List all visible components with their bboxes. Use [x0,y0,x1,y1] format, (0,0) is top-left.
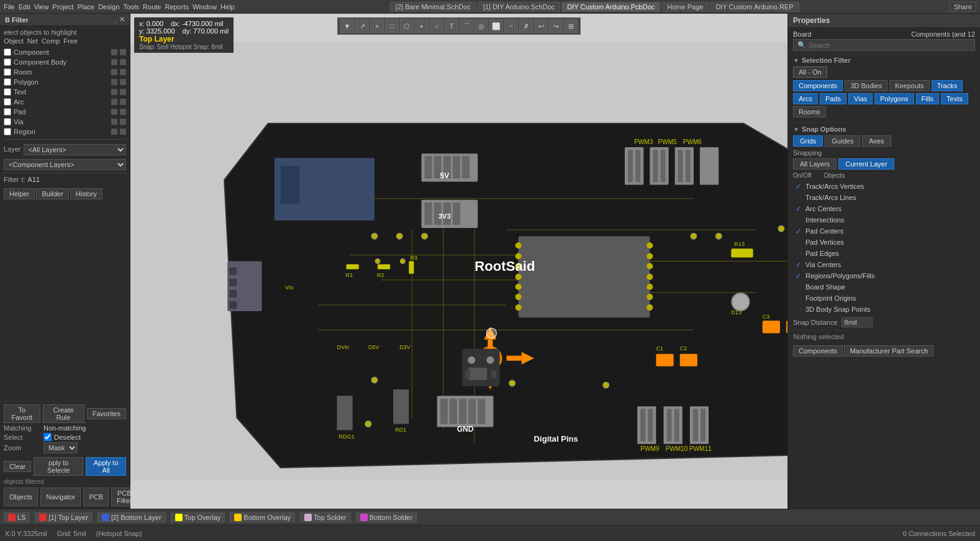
tool-redo[interactable]: ↪ [549,19,563,33]
filter-panel-minimize[interactable]: _ [113,16,117,24]
sel-filter-components[interactable]: Components [793,80,843,91]
app-menu-place[interactable]: Place [78,3,95,11]
tool-circle[interactable]: ○ [430,19,443,33]
app-menu-project[interactable]: Project [52,3,73,11]
snap-check-footprint-origins[interactable]: □ [793,293,803,303]
snap-options-collapse[interactable]: ▼ [793,126,799,133]
filter-component-body-check[interactable] [4,58,11,66]
snap-check-track-lines[interactable]: □ [793,193,803,202]
snap-check-track-vertices[interactable]: ✓ [793,181,803,191]
manufacturer-part-search-tab[interactable]: Manufacturer Part Search [844,345,933,357]
layer-top[interactable]: [1] Top Layer [35,512,92,522]
layer-select-all[interactable]: <All Layers> [24,144,126,155]
to-favorite-btn[interactable]: To Favorit [4,404,40,423]
search-input[interactable] [809,42,971,49]
snap-check-3d-body[interactable]: □ [793,304,803,314]
sel-filter-vias[interactable]: Vias [848,93,873,104]
apply-to-selected-btn[interactable]: pply to Selecte [34,457,83,476]
tool-route[interactable]: ↗ [355,19,369,33]
sel-filter-fills[interactable]: Fills [916,93,940,104]
snap-btn-axes[interactable]: Axes [862,135,891,147]
zoom-select[interactable]: Mask [43,442,78,453]
snap-all-layers-btn[interactable]: All Layers [793,158,837,170]
app-menu-view[interactable]: View [34,3,49,11]
doc-tab-home[interactable]: Home Page [661,2,709,12]
apply-to-all-btn[interactable]: Apply to All [86,457,126,476]
filter-via-check[interactable] [4,118,11,125]
snap-btn-guides[interactable]: Guides [825,135,860,147]
pcb-canvas-area[interactable]: x: 0.000 dx: -4730.000 mil y: 3325.000 d… [130,14,787,509]
tool-zoom-fit[interactable]: ⊞ [564,19,578,33]
layer-bottom[interactable]: [2] Bottom Layer [98,512,166,522]
pcb-btn[interactable]: PCB [83,488,109,506]
snap-check-regions[interactable]: ✓ [793,271,803,281]
snap-check-pad-vertices[interactable]: □ [793,237,803,247]
doc-tab-bare-minimal[interactable]: [2] Bare Minimal.SchDoc [390,2,476,12]
app-menu-tools[interactable]: Tools [123,3,139,11]
snap-check-arc-centers[interactable]: ✓ [793,204,803,214]
selection-filter-collapse[interactable]: ▼ [793,57,799,64]
tool-text[interactable]: T [445,19,458,33]
objects-btn[interactable]: Objects [4,488,38,506]
helper-tab-btn[interactable]: Helper [4,188,35,199]
app-menu-design[interactable]: Design [98,3,119,11]
layer-top-overlay[interactable]: Top Overlay [171,512,225,522]
snap-check-intersections[interactable]: □ [793,215,803,225]
create-rule-btn[interactable]: Create Rule [43,404,84,423]
sel-filter-polygons[interactable]: Polygons [874,93,914,104]
favorites-btn[interactable]: Favorites [87,408,126,419]
app-menu-file[interactable]: File [4,3,15,11]
tool-trace[interactable]: ~ [504,19,518,33]
builder-tab-btn[interactable]: Builder [36,188,68,199]
snap-distance-input[interactable] [842,317,873,327]
snap-check-pad-centers[interactable]: ✓ [793,226,803,236]
sel-filter-arcs[interactable]: Arcs [793,93,818,104]
filter-room-check[interactable] [4,68,11,76]
sel-filter-pads[interactable]: Pads [820,93,846,104]
filter-polygon-check[interactable] [4,78,11,86]
tool-fill[interactable]: ▪ [415,19,429,33]
filter-text-check[interactable] [4,88,11,96]
doc-tab-sch[interactable]: [1] DIY Arduino.SchDoc [478,2,560,12]
deselect-check[interactable] [43,433,52,441]
clear-btn[interactable]: Clear [4,461,31,472]
layer-top-solder[interactable]: Top Solder [300,512,351,522]
filter-arc-check[interactable] [4,98,11,106]
layer-bottom-solder[interactable]: Bottom Solder [356,512,417,522]
layer-bottom-overlay[interactable]: Bottom Overlay [230,512,295,522]
components-tab[interactable]: Components [793,345,843,357]
app-menu-route[interactable]: Route [143,3,161,11]
app-menu-edit[interactable]: Edit [19,3,30,11]
navigator-btn[interactable]: Navigator [40,488,81,506]
share-button[interactable]: Share [950,2,976,12]
filter-region-check[interactable] [4,128,11,135]
pcb-board-view[interactable]: 5V 3V3 [130,14,787,509]
app-menu-help[interactable]: Help [220,3,235,11]
sel-filter-all-on[interactable]: All - On [793,66,827,78]
tool-pad[interactable]: ⬜ [489,19,503,33]
sel-filter-tracks[interactable]: Tracks [932,80,963,91]
tool-end[interactable]: ✗ [519,19,533,33]
filter-component-check[interactable] [4,48,11,56]
snap-check-board-shape[interactable]: □ [793,282,803,292]
sel-filter-rooms[interactable]: Rooms [793,106,826,117]
tool-filter[interactable]: ▼ [340,19,354,33]
history-tab-btn[interactable]: History [70,188,102,199]
snap-check-via-centers[interactable]: ✓ [793,260,803,270]
doc-tab-pcb[interactable]: DIY Custom Arduino.PcbDoc [561,2,660,12]
tool-add[interactable]: + [370,19,384,33]
sel-filter-texts[interactable]: Texts [941,93,968,104]
doc-tab-rep[interactable]: DIY Custom Arduino.REP [710,2,799,12]
snap-btn-grids[interactable]: Grids [793,135,823,147]
filter-pad-check[interactable] [4,108,11,116]
layer-ls[interactable]: LS [4,512,30,522]
search-container[interactable]: 🔍 [793,39,975,51]
tool-rect[interactable]: □ [385,19,399,33]
app-menu-window[interactable]: Window [193,3,217,11]
snap-check-pad-edges[interactable]: □ [793,248,803,258]
tool-via[interactable]: ◎ [474,19,488,33]
layer-select-component[interactable]: <Component Layers> [4,159,126,170]
tool-arc[interactable]: ⌒ [460,19,473,33]
snap-current-layer-btn[interactable]: Current Layer [838,158,894,170]
tool-undo[interactable]: ↩ [534,19,548,33]
